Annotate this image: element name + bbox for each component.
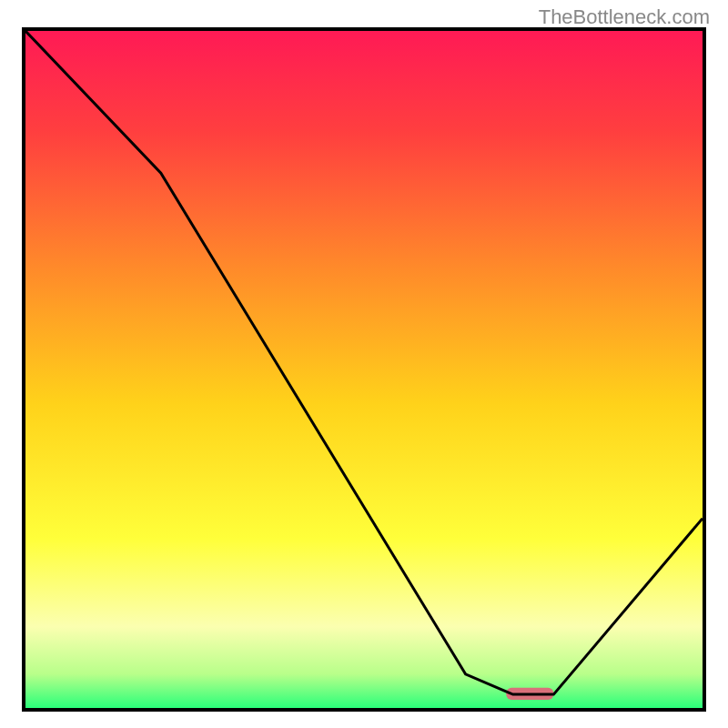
- curve-layer: [25, 31, 703, 708]
- watermark-text: TheBottleneck.com: [539, 5, 710, 29]
- chart-container: TheBottleneck.com: [0, 0, 728, 728]
- plot-area: [22, 27, 706, 712]
- bottleneck-curve: [25, 31, 703, 694]
